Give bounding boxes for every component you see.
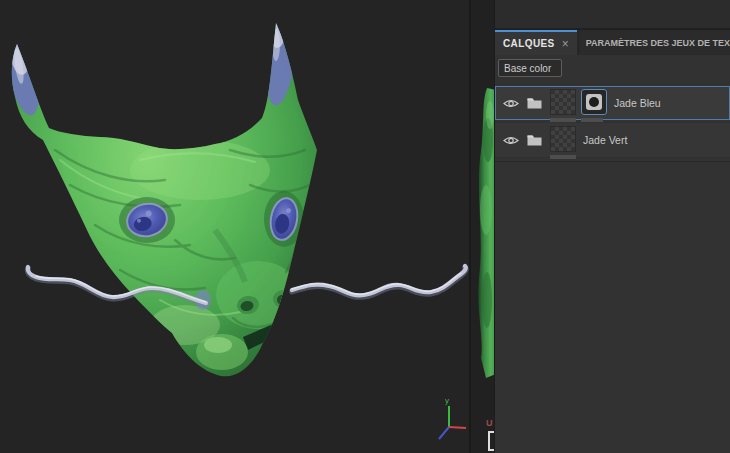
folder-icon [527, 134, 542, 146]
layer-thumbnail[interactable] [550, 126, 576, 152]
layer-thumbnail[interactable] [550, 89, 576, 115]
mask-opacity-bar [581, 118, 603, 122]
axis-y-label: y [445, 396, 449, 405]
dragon-model[interactable] [0, 0, 469, 453]
chevron-down-icon [555, 65, 556, 71]
folder-icon [527, 97, 542, 109]
layers-panel: CALQUES × PARAMÈTRES DES JEUX DE TEXTURE… [494, 0, 730, 453]
uv-texture-strip [471, 0, 494, 453]
app-window: y x U CALQUES [0, 0, 730, 453]
mask-preview [586, 94, 602, 110]
layer-row-jade-bleu[interactable]: Jade Bleu [495, 86, 730, 120]
thumbnail-opacity-bar [550, 118, 576, 122]
axis-u-label: U [486, 418, 493, 428]
mask-thumbnail[interactable] [581, 89, 607, 115]
close-icon[interactable]: × [562, 38, 569, 50]
layer-name: Jade Bleu [614, 97, 661, 109]
layer-row-jade-vert[interactable]: Jade Vert [495, 123, 730, 157]
tab-calques[interactable]: CALQUES × [495, 30, 577, 55]
viewport-2d[interactable]: U [469, 0, 494, 453]
visibility-eye-icon[interactable] [503, 135, 519, 146]
visibility-eye-icon[interactable] [503, 98, 519, 109]
panel-tabbar: CALQUES × PARAMÈTRES DES JEUX DE TEXTURE… [495, 30, 730, 55]
thumbnail-opacity-bar [550, 155, 576, 159]
axis-gizmo: y x [430, 394, 469, 450]
tab-calques-label: CALQUES [503, 38, 555, 49]
channel-dropdown-value: Base color [504, 63, 551, 74]
layer-list: Jade Bleu Jade Vert [495, 86, 730, 162]
panel-top-bar [495, 0, 730, 30]
mask-dot [589, 97, 599, 107]
tab-parametres-textures[interactable]: PARAMÈTRES DES JEUX DE TEXTURES [580, 30, 730, 55]
tab-parametres-label: PARAMÈTRES DES JEUX DE TEXTURES [586, 38, 730, 48]
channel-dropdown[interactable]: Base color [498, 59, 562, 77]
layer-name: Jade Vert [583, 134, 627, 146]
viewport-3d[interactable]: y x [0, 0, 469, 453]
